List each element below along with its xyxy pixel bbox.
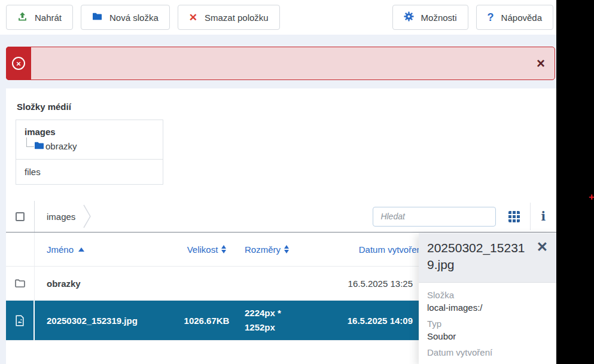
file-info-panel-header: ✕ 20250302_152319.jpg [419, 233, 556, 283]
field-value-type: Soubor [427, 331, 548, 341]
table-header-icon-cell [6, 233, 35, 266]
new-folder-button[interactable]: Nová složka [81, 5, 170, 30]
select-all-checkbox[interactable] [16, 212, 25, 221]
tree-item-files[interactable]: files [16, 159, 163, 184]
file-info-title: 20250302_152319.jpg [427, 241, 525, 271]
new-folder-button-label: Nová složka [109, 13, 159, 23]
folder-icon [92, 12, 102, 23]
row-name: 20250302_152319.jpg [47, 316, 138, 326]
grid-view-icon [508, 211, 520, 222]
row-size: 1026.67KB [172, 316, 241, 326]
column-label-size: Velikost [187, 244, 218, 255]
info-icon: i [541, 209, 546, 224]
table-header-name[interactable]: Jméno [35, 244, 172, 255]
field-label-created: Datum vytvoření [427, 347, 548, 357]
file-info-panel: ✕ 20250302_152319.jpg Složka local-image… [419, 233, 556, 364]
error-alert-banner: × × [6, 47, 555, 80]
delete-item-button-label: Smazat položku [205, 13, 269, 23]
error-alert-badge: × [6, 47, 31, 80]
select-all-cell [6, 201, 35, 232]
row-created: 16.5.2025 13:25 [307, 279, 432, 289]
tree-item-obrazky-label: obrazky [45, 141, 77, 151]
folder-icon [34, 141, 44, 150]
sort-icon [221, 245, 226, 253]
column-label-created: Datum vytvoření [359, 244, 424, 255]
file-info-panel-body: Složka local-images:/ Typ Soubor Datum v… [419, 283, 556, 363]
circle-x-icon: × [12, 57, 25, 70]
search-input[interactable] [373, 207, 496, 227]
tree-elbow-connector [26, 137, 34, 147]
tree-item-images[interactable]: images [25, 127, 154, 137]
field-value-folder: local-images:/ [427, 302, 548, 313]
x-icon: ✕ [189, 13, 197, 23]
delete-item-button[interactable]: ✕ Smazat položku [178, 5, 280, 30]
gear-icon [404, 11, 414, 23]
upload-icon [17, 11, 28, 23]
folder-tree-images-section: images obrazky [16, 120, 163, 159]
row-name: obrazky [47, 279, 81, 289]
toolbar-divider [530, 203, 531, 230]
field-label-folder: Složka [427, 290, 548, 300]
table-header-size[interactable]: Velikost [172, 244, 241, 255]
image-file-icon [15, 315, 25, 326]
grid-view-button[interactable] [508, 211, 520, 222]
info-button[interactable]: i [541, 209, 556, 224]
red-plus-mark: + [589, 191, 594, 203]
field-label-type: Typ [427, 319, 548, 329]
close-icon[interactable]: × [537, 56, 545, 71]
browser-bar: images i [6, 201, 556, 232]
top-toolbar: Nahrát Nová složka ✕ Smazat položku [0, 0, 556, 35]
close-icon[interactable]: ✕ [537, 240, 548, 254]
black-sidebar-strip [556, 0, 594, 364]
folder-tree: images obrazky files [16, 120, 163, 185]
media-manager-page: Nahrát Nová složka ✕ Smazat položku [0, 0, 594, 364]
sort-asc-icon [78, 247, 84, 252]
breadcrumb[interactable]: images [47, 212, 75, 222]
help-button[interactable]: ? Nápověda [476, 5, 553, 30]
question-icon: ? [488, 12, 494, 23]
row-dimensions: 2224px * 1252px [241, 306, 307, 335]
help-button-label: Nápověda [501, 13, 542, 23]
table-header-dimensions[interactable]: Rozměry [241, 244, 307, 255]
column-label-name: Jméno [47, 244, 74, 255]
folder-outline-icon [14, 279, 26, 288]
table-header-created[interactable]: Datum vytvoření [307, 244, 432, 255]
sort-icon [284, 245, 289, 253]
column-label-dimensions: Rozměry [245, 244, 281, 255]
folders-section-title: Složky médií [6, 88, 556, 112]
row-created: 16.5.2025 14:09 [307, 316, 432, 326]
chevron-right-icon [83, 203, 92, 230]
upload-button-label: Nahrát [35, 13, 62, 23]
row-icon-cell [6, 267, 35, 300]
tree-item-obrazky[interactable]: obrazky [26, 137, 154, 152]
upload-button[interactable]: Nahrát [6, 5, 73, 30]
row-icon-cell [6, 301, 35, 340]
options-button-label: Možnosti [421, 13, 457, 23]
options-button[interactable]: Možnosti [392, 5, 468, 30]
